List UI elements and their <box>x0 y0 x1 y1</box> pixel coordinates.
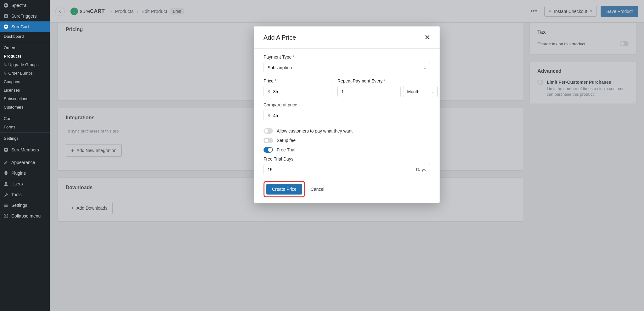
sidebar-label: Settings <box>11 203 27 208</box>
currency-symbol: $ <box>268 113 270 118</box>
sidebar-label: SureTriggers <box>11 14 36 19</box>
repeat-interval-field[interactable] <box>341 89 397 94</box>
sidebar-label: SureMembers <box>11 147 39 152</box>
repeat-label: Repeat Payment Every * <box>337 78 438 83</box>
sidebar-sub-dashboard[interactable]: Dashboard <box>0 32 50 41</box>
price-label: Price * <box>264 78 332 83</box>
settings-icon <box>3 202 9 208</box>
free-trial-label: Free Trial <box>277 147 295 152</box>
sidebar-sub-cart[interactable]: Cart <box>0 114 50 123</box>
sidebar-label: Collapse menu <box>11 213 41 218</box>
payment-type-label: Payment Type * <box>264 54 430 59</box>
svg-rect-6 <box>5 149 7 150</box>
sidebar-label: Appearance <box>11 160 35 165</box>
create-price-button[interactable]: Create Price <box>266 184 302 195</box>
sidebar-item-suretriggers[interactable]: SureTriggers <box>0 11 50 21</box>
compare-field[interactable] <box>273 113 426 118</box>
cancel-button[interactable]: Cancel <box>311 187 325 192</box>
svg-rect-10 <box>4 206 8 207</box>
sure-icon <box>3 13 9 19</box>
compare-label: Compare at price <box>264 102 430 107</box>
sidebar-item-settings[interactable]: Settings <box>0 200 50 211</box>
sidebar-sub-upgrade-groups[interactable]: ↳ Upgrade Groups <box>0 60 50 69</box>
chevron-down-icon: ⌵ <box>431 90 434 94</box>
sidebar-sub-settings[interactable]: Settings <box>0 134 50 143</box>
user-icon <box>3 181 9 187</box>
sidebar-label: Tools <box>11 192 22 197</box>
sidebar-item-spectra[interactable]: Spectra <box>0 0 50 11</box>
highlight-annotation: Create Price <box>264 181 305 197</box>
sidebar-label: Users <box>11 181 23 186</box>
svg-rect-4 <box>5 26 7 27</box>
modal-overlay[interactable]: Add A Price ✕ Payment Type * Subscriptio… <box>50 0 644 311</box>
sidebar-sub-forms[interactable]: Forms <box>0 123 50 131</box>
sidebar-item-suremembers[interactable]: SureMembers <box>0 144 50 155</box>
price-input[interactable]: $ <box>264 86 332 97</box>
payment-type-select[interactable]: Subscription ⌵ <box>264 62 430 73</box>
currency-symbol: $ <box>268 89 270 94</box>
sure-icon <box>3 24 9 30</box>
sidebar-item-tools[interactable]: Tools <box>0 189 50 200</box>
sidebar-label: SureCart <box>11 24 29 29</box>
plug-icon <box>3 170 9 176</box>
wrench-icon <box>3 192 9 197</box>
setup-fee-toggle[interactable] <box>264 138 273 143</box>
add-price-modal: Add A Price ✕ Payment Type * Subscriptio… <box>254 26 440 203</box>
free-trial-toggle[interactable] <box>264 147 273 153</box>
svg-rect-2 <box>5 15 7 17</box>
chevron-down-icon: ⌵ <box>424 66 426 70</box>
svg-rect-8 <box>4 204 8 205</box>
sure-icon <box>3 147 9 153</box>
sidebar-sub-orders[interactable]: Orders <box>0 43 50 52</box>
trial-days-input[interactable]: Days <box>264 164 430 175</box>
pwyw-label: Allow customers to pay what they want <box>277 128 353 133</box>
sidebar-item-plugins[interactable]: Plugins <box>0 168 50 178</box>
setup-fee-label: Setup fee <box>277 138 296 143</box>
sidebar-label: Plugins <box>11 171 26 176</box>
spectra-icon <box>3 3 9 8</box>
sidebar-sub-coupons[interactable]: Coupons <box>0 77 50 86</box>
compare-input[interactable]: $ <box>264 110 430 121</box>
close-icon[interactable]: ✕ <box>425 33 430 42</box>
svg-rect-9 <box>4 205 8 206</box>
trial-days-label: Free Trial Days <box>264 156 430 161</box>
sidebar-sub-customers[interactable]: Customers <box>0 103 50 111</box>
admin-sidebar: Spectra SureTriggers SureCart Dashboard … <box>0 0 50 311</box>
svg-point-7 <box>5 182 7 184</box>
sidebar-sub-subscriptions[interactable]: Subscriptions <box>0 94 50 103</box>
svg-point-11 <box>4 214 8 218</box>
repeat-interval-input[interactable] <box>337 86 401 97</box>
sidebar-item-collapse[interactable]: Collapse menu <box>0 211 50 221</box>
price-field[interactable] <box>273 89 328 94</box>
sidebar-item-appearance[interactable]: Appearance <box>0 157 50 168</box>
repeat-unit-select[interactable]: Month ⌵ <box>403 86 438 97</box>
sidebar-sub-products[interactable]: Products <box>0 52 50 60</box>
sidebar-item-users[interactable]: Users <box>0 178 50 189</box>
sidebar-sub-order-bumps[interactable]: ↳ Order Bumps <box>0 69 50 77</box>
trial-days-field[interactable] <box>268 167 413 172</box>
brush-icon <box>3 160 9 165</box>
sidebar-item-surecart[interactable]: SureCart <box>0 21 50 32</box>
collapse-icon <box>3 213 9 219</box>
pwyw-toggle[interactable] <box>264 128 273 134</box>
sidebar-label: Spectra <box>11 3 26 8</box>
modal-title: Add A Price <box>264 34 296 41</box>
sidebar-sub-licenses[interactable]: Licenses <box>0 86 50 94</box>
trial-days-suffix: Days <box>416 167 426 172</box>
